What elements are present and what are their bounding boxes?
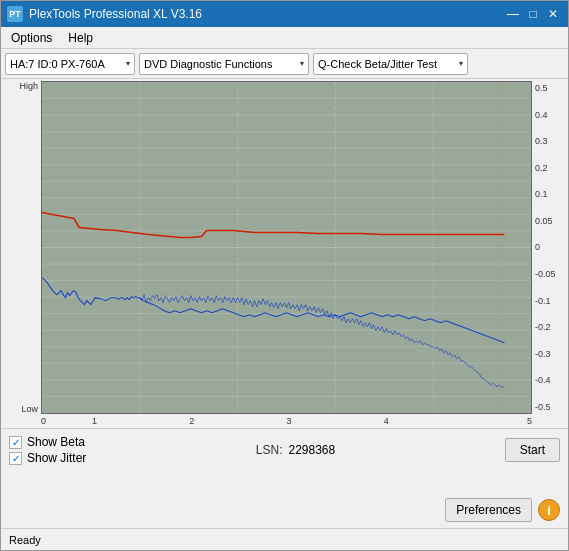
x-axis: 0 1 2 3 4 5	[41, 414, 532, 426]
y-right-neg0.1: -0.1	[535, 296, 564, 306]
y-low-label: Low	[21, 404, 38, 414]
info-button[interactable]: i	[538, 499, 560, 521]
x-label-2: 2	[143, 416, 240, 426]
chart-plot	[41, 81, 532, 414]
y-axis-right: 0.5 0.4 0.3 0.2 0.1 0.05 0 -0.05 -0.1 -0…	[532, 81, 564, 414]
function-value: DVD Diagnostic Functions	[144, 58, 272, 70]
drive-value: HA:7 ID:0 PX-760A	[10, 58, 105, 70]
show-jitter-item: ✓ Show Jitter	[9, 451, 86, 465]
y-axis-left: High Low	[5, 81, 41, 414]
x-label-5: 5	[435, 416, 532, 426]
title-bar-left: PT PlexTools Professional XL V3.16	[7, 6, 202, 22]
y-right-neg0.2: -0.2	[535, 322, 564, 332]
x-label-1: 1	[46, 416, 143, 426]
menu-options[interactable]: Options	[5, 29, 58, 47]
lsn-area: LSN: 2298368	[256, 443, 335, 457]
function-selector[interactable]: DVD Diagnostic Functions ▾	[139, 53, 309, 75]
close-button[interactable]: ✕	[544, 5, 562, 23]
menu-bar: Options Help	[1, 27, 568, 49]
function-arrow-icon: ▾	[300, 59, 304, 68]
status-bar: Ready	[1, 528, 568, 550]
test-value: Q-Check Beta/Jitter Test	[318, 58, 437, 70]
app-icon-text: PT	[9, 9, 21, 19]
y-right-neg0.5: -0.5	[535, 402, 564, 412]
main-window: PT PlexTools Professional XL V3.16 — □ ✕…	[0, 0, 569, 551]
show-jitter-checkbox[interactable]: ✓	[9, 452, 22, 465]
app-icon: PT	[7, 6, 23, 22]
test-arrow-icon: ▾	[459, 59, 463, 68]
menu-help[interactable]: Help	[62, 29, 99, 47]
y-right-neg0.05: -0.05	[535, 269, 564, 279]
title-bar: PT PlexTools Professional XL V3.16 — □ ✕	[1, 1, 568, 27]
y-right-neg0.4: -0.4	[535, 375, 564, 385]
drive-selector[interactable]: HA:7 ID:0 PX-760A ▾	[5, 53, 135, 75]
y-high-label: High	[19, 81, 38, 91]
y-right-0.4: 0.4	[535, 110, 564, 120]
chart-area: High Low	[1, 79, 568, 428]
preferences-button[interactable]: Preferences	[445, 498, 532, 522]
bottom-row2: Preferences i	[9, 498, 560, 522]
y-right-0.2: 0.2	[535, 163, 564, 173]
test-selector[interactable]: Q-Check Beta/Jitter Test ▾	[313, 53, 468, 75]
minimize-button[interactable]: —	[504, 5, 522, 23]
drive-arrow-icon: ▾	[126, 59, 130, 68]
maximize-button[interactable]: □	[524, 5, 542, 23]
show-beta-label: Show Beta	[27, 435, 85, 449]
y-right-0: 0	[535, 242, 564, 252]
checkboxes: ✓ Show Beta ✓ Show Jitter	[9, 435, 86, 465]
show-beta-item: ✓ Show Beta	[9, 435, 86, 449]
chart-wrapper: High Low	[5, 81, 564, 414]
lsn-value: 2298368	[288, 443, 335, 457]
bottom-row1: ✓ Show Beta ✓ Show Jitter LSN: 2298368 S…	[9, 435, 560, 465]
y-right-neg0.3: -0.3	[535, 349, 564, 359]
lsn-label: LSN:	[256, 443, 283, 457]
y-right-0.5: 0.5	[535, 83, 564, 93]
chart-svg	[42, 82, 531, 413]
y-right-0.3: 0.3	[535, 136, 564, 146]
show-beta-checkbox[interactable]: ✓	[9, 436, 22, 449]
y-right-0.1: 0.1	[535, 189, 564, 199]
bottom-panel: ✓ Show Beta ✓ Show Jitter LSN: 2298368 S…	[1, 428, 568, 528]
x-label-3: 3	[240, 416, 337, 426]
window-title: PlexTools Professional XL V3.16	[29, 7, 202, 21]
title-bar-controls: — □ ✕	[504, 5, 562, 23]
start-button[interactable]: Start	[505, 438, 560, 462]
show-jitter-label: Show Jitter	[27, 451, 86, 465]
status-text: Ready	[9, 534, 41, 546]
y-right-0.05: 0.05	[535, 216, 564, 226]
x-label-4: 4	[338, 416, 435, 426]
toolbar: HA:7 ID:0 PX-760A ▾ DVD Diagnostic Funct…	[1, 49, 568, 79]
